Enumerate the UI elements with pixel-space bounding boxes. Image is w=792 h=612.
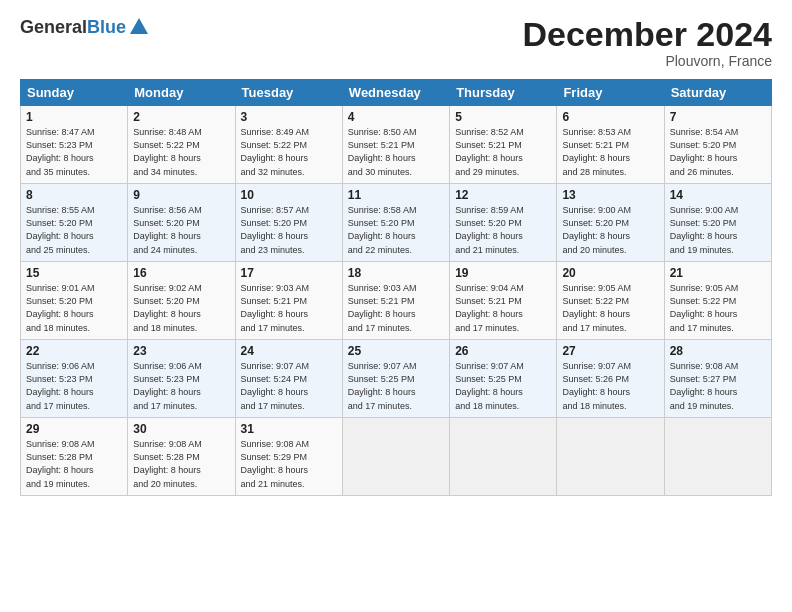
calendar-cell: 30Sunrise: 9:08 AM Sunset: 5:28 PM Dayli…: [128, 418, 235, 496]
day-info: Sunrise: 8:57 AM Sunset: 5:20 PM Dayligh…: [241, 204, 337, 256]
calendar-cell: 2Sunrise: 8:48 AM Sunset: 5:22 PM Daylig…: [128, 106, 235, 184]
day-info: Sunrise: 9:08 AM Sunset: 5:28 PM Dayligh…: [26, 438, 122, 490]
day-number: 14: [670, 188, 766, 202]
day-info: Sunrise: 9:07 AM Sunset: 5:25 PM Dayligh…: [455, 360, 551, 412]
day-info: Sunrise: 9:00 AM Sunset: 5:20 PM Dayligh…: [562, 204, 658, 256]
calendar-cell: [342, 418, 449, 496]
calendar-cell: 31Sunrise: 9:08 AM Sunset: 5:29 PM Dayli…: [235, 418, 342, 496]
day-number: 9: [133, 188, 229, 202]
day-info: Sunrise: 9:04 AM Sunset: 5:21 PM Dayligh…: [455, 282, 551, 334]
day-number: 26: [455, 344, 551, 358]
day-info: Sunrise: 8:53 AM Sunset: 5:21 PM Dayligh…: [562, 126, 658, 178]
day-number: 31: [241, 422, 337, 436]
calendar-cell: 19Sunrise: 9:04 AM Sunset: 5:21 PM Dayli…: [450, 262, 557, 340]
day-number: 7: [670, 110, 766, 124]
calendar-cell: 18Sunrise: 9:03 AM Sunset: 5:21 PM Dayli…: [342, 262, 449, 340]
day-number: 19: [455, 266, 551, 280]
calendar-cell: [664, 418, 771, 496]
calendar-cell: 29Sunrise: 9:08 AM Sunset: 5:28 PM Dayli…: [21, 418, 128, 496]
calendar-cell: 12Sunrise: 8:59 AM Sunset: 5:20 PM Dayli…: [450, 184, 557, 262]
day-info: Sunrise: 8:59 AM Sunset: 5:20 PM Dayligh…: [455, 204, 551, 256]
logo-general: General: [20, 17, 87, 38]
day-info: Sunrise: 9:02 AM Sunset: 5:20 PM Dayligh…: [133, 282, 229, 334]
day-number: 12: [455, 188, 551, 202]
calendar-cell: [450, 418, 557, 496]
calendar-cell: 25Sunrise: 9:07 AM Sunset: 5:25 PM Dayli…: [342, 340, 449, 418]
day-info: Sunrise: 8:58 AM Sunset: 5:20 PM Dayligh…: [348, 204, 444, 256]
calendar-week-row: 22Sunrise: 9:06 AM Sunset: 5:23 PM Dayli…: [21, 340, 772, 418]
calendar-cell: 17Sunrise: 9:03 AM Sunset: 5:21 PM Dayli…: [235, 262, 342, 340]
day-number: 6: [562, 110, 658, 124]
day-number: 23: [133, 344, 229, 358]
location: Plouvorn, France: [522, 53, 772, 69]
day-number: 3: [241, 110, 337, 124]
day-number: 30: [133, 422, 229, 436]
calendar-table: SundayMondayTuesdayWednesdayThursdayFrid…: [20, 79, 772, 496]
day-number: 13: [562, 188, 658, 202]
calendar-cell: 4Sunrise: 8:50 AM Sunset: 5:21 PM Daylig…: [342, 106, 449, 184]
weekday-header-monday: Monday: [128, 80, 235, 106]
day-info: Sunrise: 9:06 AM Sunset: 5:23 PM Dayligh…: [133, 360, 229, 412]
weekday-header-sunday: Sunday: [21, 80, 128, 106]
calendar-cell: 27Sunrise: 9:07 AM Sunset: 5:26 PM Dayli…: [557, 340, 664, 418]
calendar-cell: 28Sunrise: 9:08 AM Sunset: 5:27 PM Dayli…: [664, 340, 771, 418]
logo-icon: [128, 16, 150, 38]
calendar-cell: 24Sunrise: 9:07 AM Sunset: 5:24 PM Dayli…: [235, 340, 342, 418]
logo-blue: Blue: [87, 17, 126, 38]
day-info: Sunrise: 8:50 AM Sunset: 5:21 PM Dayligh…: [348, 126, 444, 178]
calendar-cell: 6Sunrise: 8:53 AM Sunset: 5:21 PM Daylig…: [557, 106, 664, 184]
day-info: Sunrise: 8:47 AM Sunset: 5:23 PM Dayligh…: [26, 126, 122, 178]
day-number: 15: [26, 266, 122, 280]
day-info: Sunrise: 9:08 AM Sunset: 5:27 PM Dayligh…: [670, 360, 766, 412]
day-info: Sunrise: 9:05 AM Sunset: 5:22 PM Dayligh…: [562, 282, 658, 334]
calendar-cell: 22Sunrise: 9:06 AM Sunset: 5:23 PM Dayli…: [21, 340, 128, 418]
weekday-header-friday: Friday: [557, 80, 664, 106]
day-info: Sunrise: 9:07 AM Sunset: 5:24 PM Dayligh…: [241, 360, 337, 412]
calendar-cell: 8Sunrise: 8:55 AM Sunset: 5:20 PM Daylig…: [21, 184, 128, 262]
day-number: 18: [348, 266, 444, 280]
calendar-week-row: 15Sunrise: 9:01 AM Sunset: 5:20 PM Dayli…: [21, 262, 772, 340]
header: GeneralBlue December 2024 Plouvorn, Fran…: [20, 16, 772, 69]
calendar-cell: 7Sunrise: 8:54 AM Sunset: 5:20 PM Daylig…: [664, 106, 771, 184]
logo-text: GeneralBlue: [20, 16, 150, 38]
weekday-header-row: SundayMondayTuesdayWednesdayThursdayFrid…: [21, 80, 772, 106]
calendar-week-row: 8Sunrise: 8:55 AM Sunset: 5:20 PM Daylig…: [21, 184, 772, 262]
weekday-header-saturday: Saturday: [664, 80, 771, 106]
day-info: Sunrise: 9:08 AM Sunset: 5:29 PM Dayligh…: [241, 438, 337, 490]
day-number: 17: [241, 266, 337, 280]
day-number: 5: [455, 110, 551, 124]
day-number: 28: [670, 344, 766, 358]
day-info: Sunrise: 8:54 AM Sunset: 5:20 PM Dayligh…: [670, 126, 766, 178]
day-info: Sunrise: 8:48 AM Sunset: 5:22 PM Dayligh…: [133, 126, 229, 178]
month-title: December 2024: [522, 16, 772, 53]
day-number: 8: [26, 188, 122, 202]
calendar-cell: 16Sunrise: 9:02 AM Sunset: 5:20 PM Dayli…: [128, 262, 235, 340]
calendar-cell: 9Sunrise: 8:56 AM Sunset: 5:20 PM Daylig…: [128, 184, 235, 262]
calendar-cell: 1Sunrise: 8:47 AM Sunset: 5:23 PM Daylig…: [21, 106, 128, 184]
day-number: 25: [348, 344, 444, 358]
calendar-week-row: 1Sunrise: 8:47 AM Sunset: 5:23 PM Daylig…: [21, 106, 772, 184]
day-info: Sunrise: 9:01 AM Sunset: 5:20 PM Dayligh…: [26, 282, 122, 334]
logo: GeneralBlue: [20, 16, 150, 38]
day-number: 16: [133, 266, 229, 280]
day-info: Sunrise: 9:07 AM Sunset: 5:26 PM Dayligh…: [562, 360, 658, 412]
day-number: 2: [133, 110, 229, 124]
calendar-cell: 11Sunrise: 8:58 AM Sunset: 5:20 PM Dayli…: [342, 184, 449, 262]
calendar-page: GeneralBlue December 2024 Plouvorn, Fran…: [0, 0, 792, 506]
calendar-cell: 21Sunrise: 9:05 AM Sunset: 5:22 PM Dayli…: [664, 262, 771, 340]
calendar-cell: 10Sunrise: 8:57 AM Sunset: 5:20 PM Dayli…: [235, 184, 342, 262]
weekday-header-wednesday: Wednesday: [342, 80, 449, 106]
day-number: 4: [348, 110, 444, 124]
day-number: 27: [562, 344, 658, 358]
day-info: Sunrise: 9:03 AM Sunset: 5:21 PM Dayligh…: [348, 282, 444, 334]
day-number: 21: [670, 266, 766, 280]
day-info: Sunrise: 9:06 AM Sunset: 5:23 PM Dayligh…: [26, 360, 122, 412]
day-info: Sunrise: 9:03 AM Sunset: 5:21 PM Dayligh…: [241, 282, 337, 334]
weekday-header-thursday: Thursday: [450, 80, 557, 106]
calendar-week-row: 29Sunrise: 9:08 AM Sunset: 5:28 PM Dayli…: [21, 418, 772, 496]
calendar-cell: 15Sunrise: 9:01 AM Sunset: 5:20 PM Dayli…: [21, 262, 128, 340]
calendar-cell: 20Sunrise: 9:05 AM Sunset: 5:22 PM Dayli…: [557, 262, 664, 340]
day-number: 1: [26, 110, 122, 124]
calendar-cell: 26Sunrise: 9:07 AM Sunset: 5:25 PM Dayli…: [450, 340, 557, 418]
day-number: 10: [241, 188, 337, 202]
